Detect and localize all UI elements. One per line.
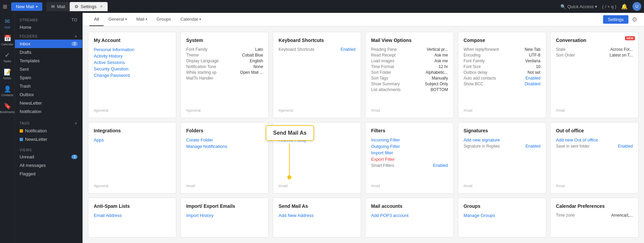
card-link-filters-0[interactable]: Incoming Filter xyxy=(371,137,448,142)
tag-notification-dot xyxy=(20,129,23,133)
card-link-groups-0[interactable]: Manage Groups xyxy=(464,213,540,218)
folder-spam[interactable]: Spam xyxy=(15,73,82,82)
views-section-title: VIEWS xyxy=(15,146,82,153)
card-link-folders-1[interactable]: Manage Notifications xyxy=(186,144,263,149)
settings-card-filters: FiltersIncoming FilterOutgoing FilterImp… xyxy=(365,122,453,194)
tooltip-arrow xyxy=(276,143,303,184)
notification-icon[interactable]: 🔔 xyxy=(621,3,628,10)
card-row-key: Time zone xyxy=(556,213,575,218)
views-label: VIEWS xyxy=(20,148,32,152)
card-title-my-account: My Account xyxy=(94,38,171,43)
card-row-val: Across Fol... xyxy=(610,47,633,52)
tab-mail[interactable]: ✉ Mail xyxy=(46,2,70,11)
folder-newsletter[interactable]: NewsLetter xyxy=(15,99,82,107)
sidebar-item-contacts[interactable]: 👤 Contacts xyxy=(1,83,14,99)
card-tag-conversation: #mail xyxy=(556,106,633,112)
card-link-out-of-office-0[interactable]: Add new Out of office xyxy=(556,137,633,142)
card-link-my-account-1[interactable]: Activity History xyxy=(94,53,171,59)
card-tag-filters: #mail xyxy=(371,181,448,188)
folder-inbox-label: Inbox xyxy=(20,41,30,46)
card-link-anti-spam-0[interactable]: Email Address xyxy=(94,213,171,218)
nav-calendar-label: Calendar xyxy=(180,17,198,22)
card-row-key: Signature in Replies xyxy=(464,144,500,149)
sidebar-item-mail-label: Mail xyxy=(4,26,10,29)
left-panel: STREAMS To Home FOLDERS + Inbox 3 Drafts… xyxy=(15,13,83,243)
folder-outbox-label: Outbox xyxy=(20,92,34,97)
card-title-send-mail-as: Send Mail As xyxy=(279,203,355,209)
card-row-key: While starting up xyxy=(186,70,216,75)
tag-notification[interactable]: Notification xyxy=(15,127,82,135)
card-title-calendar-preferences: Calendar Preferences xyxy=(556,203,633,209)
home-item[interactable]: Home xyxy=(15,23,82,31)
icon-sidebar: ✉ Mail 📅 Calendar ✓ Tasks 📝 Notes 👤 Cont… xyxy=(0,13,15,243)
nav-general[interactable]: General ▾ xyxy=(104,13,131,26)
card-row-val: Ask me xyxy=(435,53,448,58)
folder-notification[interactable]: Notification xyxy=(15,107,82,116)
folder-sent[interactable]: Sent xyxy=(15,65,82,73)
sidebar-item-tasks[interactable]: ✓ Tasks xyxy=(1,49,14,65)
card-row-key: Reading Pane xyxy=(371,47,397,52)
tag-notification-label: Notification xyxy=(25,128,47,133)
folder-inbox[interactable]: Inbox 3 xyxy=(15,40,82,48)
card-row-out-of-office-0: Save in sent folderEnabled xyxy=(556,144,633,149)
card-title-groups: Groups xyxy=(464,203,540,209)
avatar[interactable]: U xyxy=(632,2,641,11)
card-row-system-1: ThemeCobalt Blue xyxy=(186,53,263,58)
new-mail-chevron-icon: ▾ xyxy=(36,5,38,8)
card-link-my-account-4[interactable]: Change Password xyxy=(94,73,171,78)
folder-drafts[interactable]: Drafts xyxy=(15,48,82,57)
tasks-icon: ✓ xyxy=(5,51,10,59)
settings-card-send-mail-as: Send Mail AsAdd New Address xyxy=(273,198,361,238)
settings-button[interactable]: Settings xyxy=(603,15,628,24)
view-all-messages[interactable]: All messages xyxy=(15,161,82,170)
folders-label: FOLDERS xyxy=(20,35,38,38)
view-flagged[interactable]: Flagged xyxy=(15,170,82,178)
nav-mail[interactable]: Mail ▾ xyxy=(132,13,152,26)
card-link-filters-1[interactable]: Outgoing Filter xyxy=(371,144,448,149)
card-row-val: New Tab xyxy=(525,47,540,52)
card-link-my-account-2[interactable]: Active Sessions xyxy=(94,60,171,65)
card-row-mail-view-options-4: Sort FolderAlphabetic... xyxy=(371,70,448,75)
card-link-filters-3[interactable]: Export Filter xyxy=(371,157,448,162)
add-tag-button[interactable]: + xyxy=(74,120,77,126)
sidebar-item-mail[interactable]: ✉ Mail xyxy=(1,16,14,31)
settings-gear-icon[interactable]: ⚙ xyxy=(632,16,637,23)
settings-tab-close-icon[interactable]: ✕ xyxy=(100,4,103,9)
quick-access-button[interactable]: 🔍 Quick Access ▾ xyxy=(560,4,597,9)
nav-calendar[interactable]: Calendar ▾ xyxy=(176,13,206,26)
sidebar-item-calendar[interactable]: 📅 Calendar xyxy=(1,32,14,48)
mail-chevron-icon: ▾ xyxy=(146,17,147,21)
card-row-mail-view-options-0: Reading PaneVertical pr... xyxy=(371,47,448,52)
topbar-right: 🔍 Quick Access ▾ ( / + q ) 🔔 U xyxy=(560,2,641,11)
nav-groups[interactable]: Groups xyxy=(152,13,176,26)
main-area: ✉ Mail 📅 Calendar ✓ Tasks 📝 Notes 👤 Cont… xyxy=(0,13,644,243)
card-row-compose-4: Outbox delayNot set xyxy=(464,70,540,75)
folder-outbox[interactable]: Outbox xyxy=(15,90,82,99)
card-link-integrations-0[interactable]: Apps xyxy=(94,137,171,142)
add-folder-button[interactable]: + xyxy=(74,34,77,39)
sidebar-item-notes[interactable]: 📝 Notes xyxy=(1,66,14,82)
card-row-val: Subject Only xyxy=(425,82,448,86)
grid-icon[interactable]: ⊞ xyxy=(3,3,7,10)
card-link-import-export-0[interactable]: Import History xyxy=(186,213,263,218)
card-link-my-account-3[interactable]: Security Question xyxy=(94,66,171,71)
tab-settings[interactable]: ⚙ Settings ✕ xyxy=(70,2,108,11)
folder-templates[interactable]: Templates xyxy=(15,57,82,65)
sidebar-item-bookmarks[interactable]: 🔖 Bookmarks xyxy=(1,100,14,116)
card-link-signatures-0[interactable]: Add new signature xyxy=(464,137,540,142)
streams-action[interactable]: To xyxy=(71,18,77,22)
card-link-send-mail-as-0[interactable]: Add New Address xyxy=(279,213,355,218)
view-unread[interactable]: Unread 3 xyxy=(15,153,82,161)
card-title-out-of-office: Out of office xyxy=(556,128,633,133)
folder-trash[interactable]: Trash xyxy=(15,82,82,90)
card-row-val: Manually xyxy=(432,76,448,81)
card-link-my-account-0[interactable]: Personal Information xyxy=(94,47,171,52)
card-link-folders-0[interactable]: Create Folder xyxy=(186,137,263,142)
card-link-mail-accounts-0[interactable]: Add POP3 account xyxy=(371,213,448,218)
card-title-mail-accounts: Mail accounts xyxy=(371,203,448,209)
card-link-filters-2[interactable]: Import filter xyxy=(371,150,448,155)
settings-card-mail-accounts: Mail accountsAdd POP3 account xyxy=(365,198,453,238)
nav-all[interactable]: All xyxy=(89,13,104,26)
tag-newsletter[interactable]: NewsLetter xyxy=(15,135,82,143)
new-mail-button[interactable]: New Mail ▾ xyxy=(11,2,42,11)
